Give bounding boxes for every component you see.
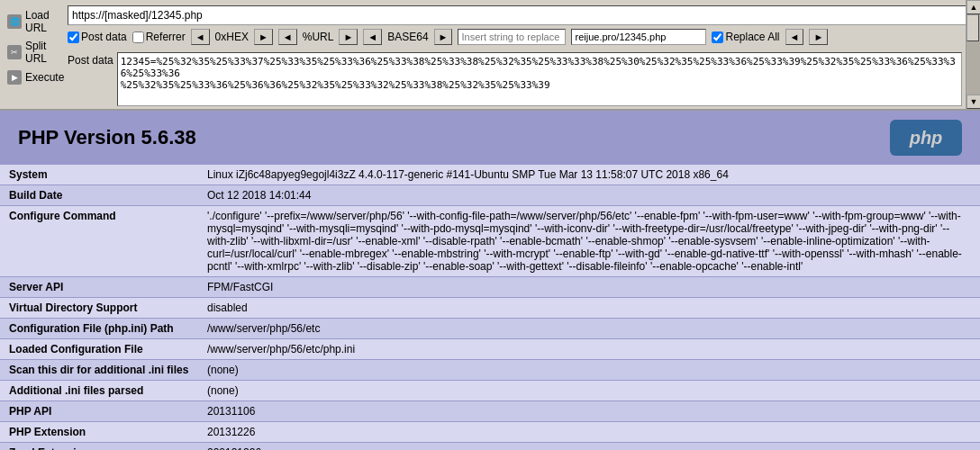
scrollbar-v[interactable]: ▲ ▼ — [966, 0, 980, 109]
url-input[interactable] — [68, 5, 975, 25]
php-row-label: Server API — [0, 277, 198, 298]
post-data-section-label: Post data — [68, 54, 113, 67]
table-row: Additional .ini files parsed(none) — [0, 381, 980, 401]
table-row: Virtual Directory Supportdisabled — [0, 298, 980, 319]
scroll-up-btn[interactable]: ▲ — [966, 0, 980, 14]
replace-all-checkbox[interactable] — [712, 32, 723, 43]
post-textarea-wrap: 12345=%25%32%35%25%33%37%25%33%35%25%33%… — [117, 52, 962, 109]
php-row-value: FPM/FastCGI — [198, 277, 980, 298]
table-row: Configure Command'./configure' '--prefix… — [0, 206, 980, 277]
scroll-thumb[interactable] — [966, 14, 979, 41]
replace-arrow-right[interactable]: ► — [809, 29, 828, 45]
arrow-left-2[interactable]: ◄ — [278, 29, 297, 45]
php-row-label: Scan this dir for additional .ini files — [0, 360, 198, 381]
php-info-table: SystemLinux iZj6c48apyeg9egojl4i3zZ 4.4.… — [0, 165, 980, 450]
post-data-checkbox-label[interactable]: Post data — [68, 31, 127, 43]
php-row-label: Virtual Directory Support — [0, 298, 198, 319]
table-row: Zend Extension220131226 — [0, 443, 980, 451]
split-url-icon: ✂ — [7, 45, 22, 59]
php-row-value: 20131106 — [198, 401, 980, 422]
options-row: Post data Referrer ◄ 0xHEX ► ◄ %URL ► ◄ … — [68, 25, 980, 49]
php-row-value: disabled — [198, 298, 980, 319]
replace-url-input[interactable] — [571, 29, 706, 45]
referrer-checkbox-label[interactable]: Referrer — [132, 31, 186, 43]
sidebar-item-load-url[interactable]: 🌐 Load URL — [4, 7, 64, 36]
php-row-value: (none) — [198, 381, 980, 401]
execute-icon: ▶ — [7, 70, 22, 85]
hex-label: 0xHEX — [215, 31, 249, 43]
table-row: PHP Extension20131226 — [0, 422, 980, 443]
post-data-textarea[interactable]: 12345=%25%32%35%25%33%37%25%33%35%25%33%… — [117, 52, 962, 106]
php-row-value: 220131226 — [198, 443, 980, 451]
referrer-label-text: Referrer — [146, 31, 186, 43]
php-row-label: PHP Extension — [0, 422, 198, 443]
table-row: SystemLinux iZj6c48apyeg9egojl4i3zZ 4.4.… — [0, 165, 980, 185]
php-row-value: Oct 12 2018 14:01:44 — [198, 185, 980, 206]
post-data-label-text: Post data — [81, 31, 127, 43]
post-data-section: Post data 12345=%25%32%35%25%33%37%25%33… — [68, 52, 975, 109]
table-row: Scan this dir for additional .ini files(… — [0, 360, 980, 381]
referrer-checkbox[interactable] — [132, 32, 144, 43]
table-row: Server APIFPM/FastCGI — [0, 277, 980, 298]
sidebar-label-split-url: Split URL — [25, 40, 60, 65]
arrow-right-3[interactable]: ► — [434, 29, 453, 45]
php-row-value: /www/server/php/56/etc/php.ini — [198, 339, 980, 360]
php-row-label: Additional .ini files parsed — [0, 381, 198, 401]
php-row-value: (none) — [198, 360, 980, 381]
arrow-left-3[interactable]: ◄ — [363, 29, 382, 45]
php-row-label: PHP API — [0, 401, 198, 422]
scroll-track[interactable] — [966, 14, 980, 94]
php-row-value: /www/server/php/56/etc — [198, 319, 980, 339]
table-row: Configuration File (php.ini) Path/www/se… — [0, 319, 980, 339]
php-version-title: PHP Version 5.6.38 — [18, 126, 196, 149]
php-row-label: Configure Command — [0, 206, 198, 277]
php-header: PHP Version 5.6.38 php — [0, 111, 980, 165]
scroll-down-btn[interactable]: ▼ — [966, 94, 980, 109]
sidebar-label-load-url: Load URL — [25, 9, 60, 34]
php-row-label: Loaded Configuration File — [0, 339, 198, 360]
arrow-right-2[interactable]: ► — [339, 29, 358, 45]
main-content-area: Post data Referrer ◄ 0xHEX ► ◄ %URL ► ◄ … — [68, 0, 980, 109]
table-row: Loaded Configuration File/www/server/php… — [0, 339, 980, 360]
php-row-label: Build Date — [0, 185, 198, 206]
php-row-label: Zend Extension — [0, 443, 198, 451]
arrow-right-1[interactable]: ► — [254, 29, 273, 45]
sidebar-item-execute[interactable]: ▶ Execute — [4, 68, 64, 86]
url-label: %URL — [303, 31, 334, 43]
replace-all-checkbox-label[interactable]: Replace All — [712, 31, 779, 43]
php-logo: php — [890, 120, 962, 156]
url-bar-row — [68, 5, 975, 25]
arrow-left-1[interactable]: ◄ — [191, 29, 210, 45]
php-logo-text: php — [910, 128, 943, 148]
load-url-icon: 🌐 — [7, 14, 22, 29]
sidebar-item-split-url[interactable]: ✂ Split URL — [4, 38, 64, 67]
php-info-section: PHP Version 5.6.38 php SystemLinux iZj6c… — [0, 111, 980, 450]
php-row-label: System — [0, 165, 198, 185]
replace-all-label-text: Replace All — [725, 31, 779, 43]
php-row-value: Linux iZj6c48apyeg9egojl4i3zZ 4.4.0-117-… — [198, 165, 980, 185]
php-row-value: './configure' '--prefix=/www/server/php/… — [198, 206, 980, 277]
sidebar: 🌐 Load URL ✂ Split URL ▶ Execute — [0, 0, 68, 94]
replace-arrow-left[interactable]: ◄ — [785, 29, 804, 45]
table-row: Build DateOct 12 2018 14:01:44 — [0, 185, 980, 206]
php-row-value: 20131226 — [198, 422, 980, 443]
base64-label: BASE64 — [387, 31, 428, 43]
table-row: PHP API20131106 — [0, 401, 980, 422]
sidebar-label-execute: Execute — [25, 71, 64, 84]
post-data-checkbox[interactable] — [68, 32, 79, 43]
replace-string-input[interactable] — [458, 29, 566, 45]
php-row-label: Configuration File (php.ini) Path — [0, 319, 198, 339]
